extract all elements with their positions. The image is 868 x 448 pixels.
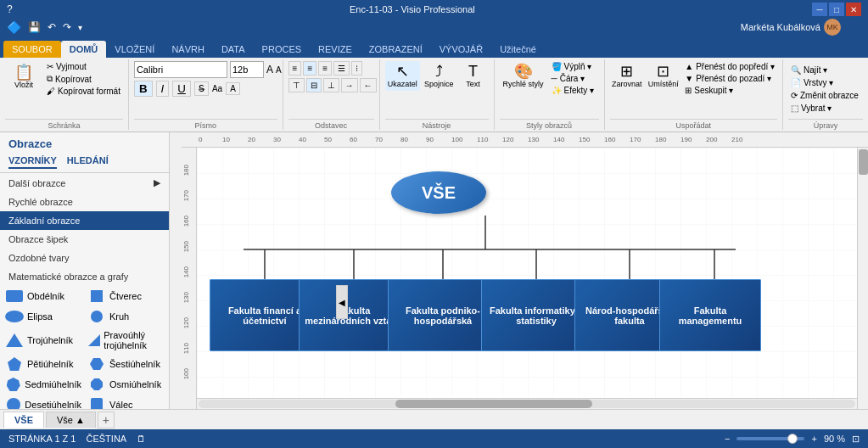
find-button[interactable]: 🔍 Najít ▾	[788, 64, 830, 76]
spojnice-button[interactable]: ⤴ Spojnice	[422, 61, 456, 91]
shape-kruh[interactable]: Kruh	[87, 310, 164, 323]
add-sheet-button[interactable]: +	[98, 412, 115, 428]
fit-page-icon[interactable]: ⊡	[852, 434, 860, 445]
redo-icon[interactable]: ↷	[61, 21, 73, 33]
underline-button[interactable]: U	[172, 81, 191, 97]
zarovnat-button[interactable]: ⊞ Zarovnat	[610, 61, 645, 91]
horizontal-scrollbar[interactable]	[197, 398, 857, 409]
font-color-picker[interactable]: Aa	[212, 84, 222, 93]
save-quick-icon[interactable]: 💾	[26, 21, 42, 33]
align-left-button[interactable]: ≡	[288, 61, 302, 76]
italic-button[interactable]: I	[156, 81, 170, 97]
tab-navrh[interactable]: NÁVRH	[163, 41, 213, 58]
shape-elipsa[interactable]: Elipsa	[5, 310, 81, 323]
shape-obdelnik[interactable]: Obdélník	[5, 289, 81, 303]
bold-button[interactable]: B	[134, 81, 153, 97]
indent-less-button[interactable]: ←	[360, 78, 377, 92]
shape-sestiuhelnik[interactable]: Šestiúhelník	[87, 357, 164, 371]
layers-button[interactable]: 📄 Vrstvy ▾	[788, 77, 836, 88]
tab-vlozeni[interactable]: VLOŽENÍ	[106, 41, 163, 58]
send-back-button[interactable]: ▼ Přenést do pozadí ▾	[682, 73, 777, 84]
shape-petiuhelnik[interactable]: Pětiúhelník	[5, 357, 81, 371]
help-icon[interactable]: ?	[7, 3, 13, 15]
format-copy-button[interactable]: 🖌 Kopírovat formát	[44, 86, 123, 97]
menu-zakladni-obrazce[interactable]: Základní obrazce	[0, 211, 169, 230]
maximize-button[interactable]: □	[829, 3, 844, 16]
nav-hledani[interactable]: HLEDÁNÍ	[67, 154, 109, 169]
menu-matematicke[interactable]: Matematické obrazce a grafy	[0, 267, 169, 286]
more-icon[interactable]: ▾	[76, 23, 84, 32]
menu-rychle-obrazce[interactable]: Rychlé obrazce	[0, 193, 169, 211]
menu-obrazce-sipek[interactable]: Obrazce šipek	[0, 230, 169, 249]
cut-button[interactable]: ✂ Vyjmout	[44, 61, 123, 72]
tab-proces[interactable]: PROCES	[254, 41, 310, 58]
line-button[interactable]: ─ Čára ▾	[549, 73, 597, 84]
avatar: MK	[824, 19, 841, 36]
shape-ctverec[interactable]: Čtverec	[87, 289, 164, 303]
top-align-button[interactable]: ⊤	[288, 78, 305, 92]
increase-font-icon[interactable]: A	[266, 64, 273, 76]
v-scroll-thumb[interactable]	[859, 149, 868, 175]
umisteni-button[interactable]: ⊡ Umístění	[646, 61, 680, 91]
vertical-scrollbar[interactable]	[857, 148, 868, 409]
h-scroll-thumb[interactable]	[395, 400, 592, 408]
effects-button[interactable]: ✨ Efekty ▾	[549, 85, 597, 96]
shape-trojuhelnik[interactable]: Trojúhelník	[5, 330, 81, 350]
sidebar-nav: VZORNÍKY HLEDÁNÍ	[0, 152, 169, 173]
numbered-list-button[interactable]: ⁝	[351, 61, 362, 76]
middle-align-button[interactable]: ⊟	[306, 78, 322, 92]
indent-more-button[interactable]: →	[341, 78, 358, 92]
undo-icon[interactable]: ↶	[46, 21, 58, 33]
menu-ozdobne-tvary[interactable]: Ozdobné tvary	[0, 249, 169, 267]
zoom-thumb[interactable]	[787, 434, 798, 444]
select-button[interactable]: ⬚ Vybrat ▾	[788, 103, 834, 114]
font-highlight[interactable]: A	[226, 82, 240, 95]
tab-zobrazeni[interactable]: ZOBRAZENÍ	[361, 41, 431, 58]
sidebar-collapse-button[interactable]: ◀	[336, 285, 348, 319]
paste-button[interactable]: 📋 Vložit	[5, 61, 42, 92]
faculty-managementu[interactable]: Fakulta managementu	[659, 279, 761, 351]
ukazatel-button[interactable]: ↖ Ukazatel	[385, 61, 420, 91]
rychle-styly-button[interactable]: 🎨 Rychlé styly	[500, 61, 547, 91]
tab-domu[interactable]: DOMŮ	[61, 41, 107, 58]
font-selector[interactable]	[134, 61, 227, 78]
sheet-vse[interactable]: VŠE	[3, 412, 44, 428]
zoom-slider[interactable]	[736, 437, 804, 440]
group-styly: 🎨 Rychlé styly 🪣 Výplň ▾ ─ Čára ▾ ✨ Efek…	[495, 59, 605, 130]
tab-uzitecne[interactable]: Užitečné	[491, 41, 545, 58]
shape-sedmiuhelnik[interactable]: Sedmiúhelník	[5, 378, 81, 391]
shape-valec[interactable]: Válec	[87, 398, 164, 409]
tab-revize[interactable]: REVIZE	[310, 41, 361, 58]
h-scroll-track[interactable]	[199, 400, 855, 408]
shape-desetiuhelnik[interactable]: Desetiúhelník	[5, 398, 81, 409]
zoom-out-icon[interactable]: −	[725, 434, 730, 444]
bottom-align-button[interactable]: ⊥	[323, 78, 339, 92]
font-size[interactable]	[230, 61, 264, 78]
fill-button[interactable]: 🪣 Výplň ▾	[549, 61, 597, 72]
tab-soubor[interactable]: SOUBOR	[3, 41, 61, 58]
close-button[interactable]: ✕	[846, 3, 861, 16]
decrease-font-icon[interactable]: A	[276, 65, 282, 75]
change-icon: ⟳	[791, 91, 798, 100]
bullet-list-button[interactable]: ☰	[333, 61, 350, 76]
strikethrough-icon[interactable]: S̶	[194, 81, 209, 96]
align-right-button[interactable]: ≡	[318, 61, 332, 76]
text-button[interactable]: T Text	[458, 61, 489, 91]
shape-pravouhy-trojuhelnik[interactable]: Pravoúhlý trojúhelník	[87, 330, 164, 350]
sheet-vse-all[interactable]: Vše ▲	[46, 412, 96, 428]
menu-dalsi-obrazce[interactable]: Další obrazce ▶	[0, 173, 169, 193]
tab-data[interactable]: DATA	[213, 41, 254, 58]
zoom-in-icon[interactable]: +	[811, 434, 816, 444]
shape-osmiuhelnik[interactable]: Osmiúhelník	[87, 378, 164, 391]
align-center-button[interactable]: ≡	[303, 61, 316, 76]
nav-vzorniky[interactable]: VZORNÍKY	[8, 154, 57, 169]
vse-node[interactable]: VŠE	[391, 171, 486, 214]
group-button[interactable]: ⊞ Seskupit ▾	[682, 85, 777, 96]
minimize-button[interactable]: ─	[812, 3, 827, 16]
tab-vyvojar[interactable]: VÝVOJÁŘ	[431, 41, 491, 58]
bring-forward-button[interactable]: ▲ Přenést do popředí ▾	[682, 61, 777, 72]
diagram-canvas[interactable]: VŠE Fakulta financí a účetnictví Fakulta…	[197, 148, 857, 409]
change-shapes-button[interactable]: ⟳ Změnit obrazce	[788, 90, 861, 101]
forward-icon: ▲	[685, 62, 693, 71]
copy-button[interactable]: ⧉ Kopírovat	[44, 73, 123, 85]
